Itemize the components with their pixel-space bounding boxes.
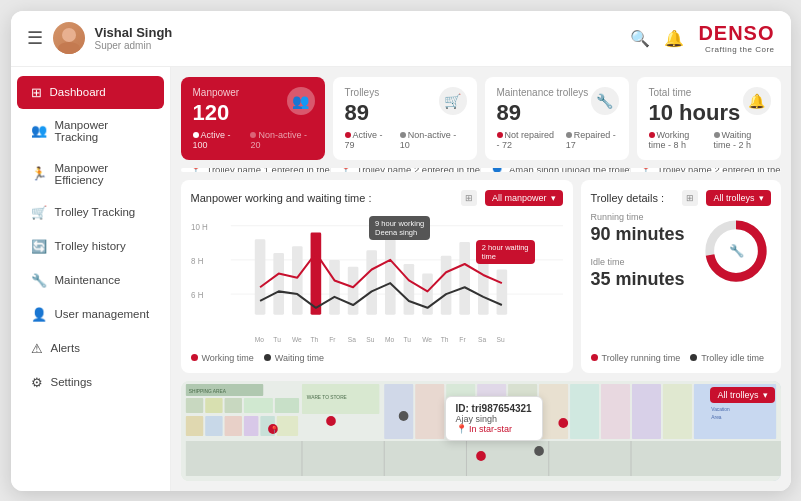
stat-card-trolleys: Trolleys 89 🛒 Active - 79 Non-active - 1… (333, 77, 477, 160)
svg-text:Mo: Mo (384, 336, 393, 343)
sidebar-item-maintenance[interactable]: 🔧 Maintenance (17, 264, 164, 297)
map-dropdown[interactable]: All trolleys ▾ (710, 387, 774, 403)
app-container: ☰ Vishal Singh Super admin 🔍 🔔 DENSO Cra… (11, 11, 791, 491)
map-dropdown-label: All trolleys (717, 390, 758, 400)
svg-text:SHIPPING AREA: SHIPPING AREA (188, 388, 226, 393)
map-tooltip: ID: tri987654321 Ajay singh 📍 In star-st… (445, 396, 543, 441)
trolley-history-icon: 🔄 (31, 239, 47, 254)
svg-rect-62 (662, 384, 691, 439)
main-layout: ⊞ Dashboard 👥 Manpower Tracking 🏃 Manpow… (11, 67, 791, 491)
legend-label-running: Trolley running time (602, 353, 681, 363)
sidebar-item-dashboard[interactable]: ⊞ Dashboard (17, 76, 164, 109)
sidebar-item-trolley-tracking[interactable]: 🛒 Trolley Tracking (17, 196, 164, 229)
svg-text:We: We (422, 336, 432, 343)
manpower-chart-grid-icon[interactable]: ⊞ (461, 190, 477, 206)
svg-rect-8 (291, 246, 302, 314)
svg-rect-41 (205, 398, 222, 413)
manpower-sub: Active - 100 Non-active - 20 (193, 130, 313, 150)
trolley-dropdown-chevron: ▾ (759, 193, 764, 203)
manpower-dropdown-chevron: ▾ (551, 193, 556, 203)
svg-rect-11 (347, 266, 358, 314)
manpower-chart-header: Manpower working and waiting time : ⊞ Al… (191, 190, 563, 206)
svg-text:Area: Area (711, 414, 721, 419)
legend-waiting-time: Waiting time (264, 353, 324, 363)
stat-card-total-time: Total time 10 hours 🔔 Working time - 8 h… (637, 77, 781, 160)
hamburger-icon[interactable]: ☰ (27, 27, 43, 49)
manpower-chart-dropdown[interactable]: All manpower ▾ (485, 190, 563, 206)
sidebar-item-trolley-history[interactable]: 🔄 Trolley history (17, 230, 164, 263)
legend-label-waiting: Waiting time (275, 353, 324, 363)
trolley-chart-card: Trolley details : ⊞ All trolleys ▾ (581, 180, 781, 373)
header: ☰ Vishal Singh Super admin 🔍 🔔 DENSO Cra… (11, 11, 791, 67)
svg-rect-61 (631, 384, 660, 439)
svg-text:8 H: 8 H (191, 257, 204, 266)
idle-time-label: Idle time (591, 257, 689, 267)
sidebar-label-manpower-tracking: Manpower Tracking (55, 119, 150, 143)
sidebar-item-manpower-efficiency[interactable]: 🏃 Manpower Efficiency (17, 153, 164, 195)
legend-dot-waiting (264, 354, 271, 361)
manpower-active: Active - 100 (193, 130, 243, 150)
trolley-dropdown-label: All trolleys (713, 193, 754, 203)
trolley-chart-dropdown[interactable]: All trolleys ▾ (706, 190, 770, 206)
svg-text:Fr: Fr (329, 336, 336, 343)
header-icons: 🔍 🔔 (630, 29, 684, 48)
svg-rect-14 (403, 264, 414, 315)
trolley-chart-legend: Trolley running time Trolley idle time (591, 353, 771, 363)
sidebar-label-maintenance: Maintenance (55, 274, 121, 286)
sidebar-item-user-management[interactable]: 👤 User management (17, 298, 164, 331)
search-icon[interactable]: 🔍 (630, 29, 650, 48)
sidebar-label-user-management: User management (55, 308, 150, 320)
manpower-icon: 👥 (287, 87, 315, 115)
idle-time-value: 35 minutes (591, 269, 689, 290)
donut-chart-svg: 🔧 (701, 216, 771, 286)
svg-rect-45 (185, 416, 202, 436)
svg-rect-53 (384, 384, 413, 439)
user-management-icon: 👤 (31, 307, 47, 322)
ticker-item-2: 👤 Aman singh unload the trolley. (481, 168, 631, 172)
trolley-tracking-icon: 🛒 (31, 205, 47, 220)
sidebar-item-manpower-tracking[interactable]: 👥 Manpower Tracking (17, 110, 164, 152)
trolleys-active: Active - 79 (345, 130, 392, 150)
legend-dot-working (191, 354, 198, 361)
content-area: Manpower 120 👥 Active - 100 Non-active -… (171, 67, 791, 491)
manpower-chart-controls: ⊞ All manpower ▾ (461, 190, 563, 206)
svg-text:Th: Th (310, 336, 318, 343)
notification-icon[interactable]: 🔔 (664, 29, 684, 48)
svg-point-78 (558, 418, 568, 428)
svg-rect-58 (539, 384, 568, 439)
sidebar-item-settings[interactable]: ⚙ Settings (17, 366, 164, 399)
ticker: 📍 Trolley name 1 entered in the geofence… (181, 168, 781, 172)
running-time-label: Running time (591, 212, 689, 222)
sidebar-label-alerts: Alerts (51, 342, 80, 354)
sidebar-item-alerts[interactable]: ⚠ Alerts (17, 332, 164, 365)
user-name: Vishal Singh (95, 25, 173, 40)
logo-tagline: Crafting the Core (705, 45, 774, 54)
manpower-inactive: Non-active - 20 (250, 130, 312, 150)
ticker-item-1: 📍 Trolley name 2 entered in the geofence… (331, 168, 481, 172)
tooltip-name: Ajay singh (456, 414, 532, 424)
svg-text:WARE TO STORE: WARE TO STORE (306, 394, 347, 399)
svg-rect-12 (366, 250, 377, 314)
ticker-icon-0: 📍 (189, 168, 203, 172)
total-time-icon: 🔔 (743, 87, 771, 115)
svg-text:Mo: Mo (254, 336, 263, 343)
svg-text:Sa: Sa (477, 336, 485, 343)
trolley-chart-controls: ⊞ All trolleys ▾ (682, 190, 770, 206)
svg-rect-47 (224, 416, 241, 436)
legend-label-idle: Trolley idle time (701, 353, 764, 363)
map-card: All trolleys ▾ SHIPPING AREA (181, 381, 781, 481)
ticker-icon-3: 📍 (639, 168, 653, 172)
svg-point-80 (534, 446, 544, 456)
svg-rect-40 (185, 398, 202, 413)
svg-text:🔧: 🔧 (728, 243, 744, 259)
total-time-sub: Working time - 8 h Waiting time - 2 h (649, 130, 769, 150)
sidebar-label-dashboard: Dashboard (50, 86, 106, 98)
trolley-chart-grid-icon[interactable]: ⊞ (682, 190, 698, 206)
manpower-tracking-icon: 👥 (31, 123, 47, 138)
svg-text:Su: Su (496, 336, 504, 343)
avatar (53, 22, 85, 54)
svg-text:6 H: 6 H (191, 291, 204, 300)
legend-dot-idle (690, 354, 697, 361)
legend-dot-running (591, 354, 598, 361)
ticker-text-1: Trolley name 2 entered in the geofence. (357, 168, 481, 172)
